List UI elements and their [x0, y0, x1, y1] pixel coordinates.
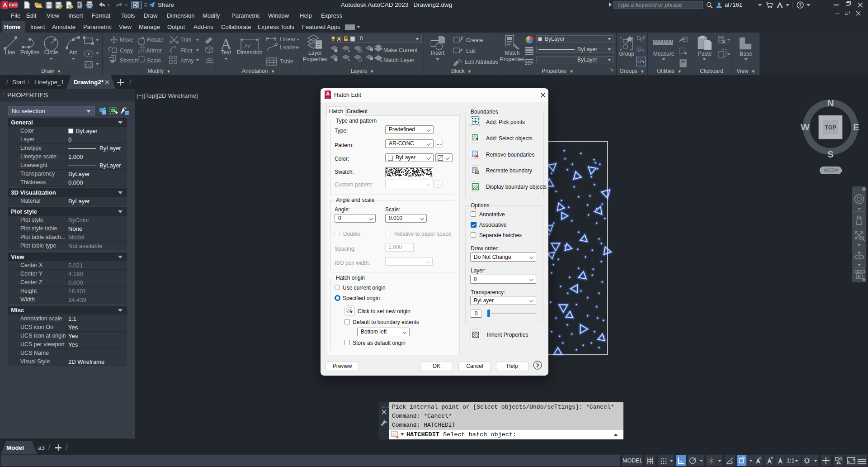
svg-text:Polyline: Polyline	[20, 49, 39, 56]
svg-text:Dimension: Dimension	[237, 49, 263, 56]
svg-text:TOP: TOP	[825, 124, 836, 131]
svg-text:?: ?	[799, 2, 802, 8]
svg-text:A: A	[326, 91, 329, 96]
svg-text:Line: Line	[5, 49, 15, 56]
svg-text:Fillet: Fillet	[180, 48, 193, 54]
svg-text:N: N	[827, 98, 834, 108]
svg-text:W: W	[801, 122, 810, 132]
svg-text:Copy: Copy	[120, 48, 133, 54]
svg-text:E: E	[853, 122, 859, 132]
svg-text:Circle: Circle	[44, 49, 58, 56]
svg-text:CAD: CAD	[326, 97, 330, 99]
svg-text:Table: Table	[280, 58, 293, 65]
svg-text:A: A	[3, 2, 7, 8]
svg-text:Leader: Leader	[280, 44, 297, 51]
svg-text:S: S	[827, 149, 834, 159]
svg-text:Mirror: Mirror	[147, 48, 162, 54]
svg-text:Text: Text	[221, 49, 231, 56]
svg-text:Stretch: Stretch	[120, 57, 138, 64]
svg-text:Linear: Linear	[280, 36, 296, 43]
svg-text:Scale: Scale	[147, 57, 161, 64]
svg-text:Rotate: Rotate	[147, 37, 164, 43]
svg-text:Trim: Trim	[180, 37, 192, 43]
svg-text:Move: Move	[120, 37, 134, 43]
svg-text:CAD: CAD	[9, 3, 18, 7]
svg-text:Arc: Arc	[69, 49, 77, 56]
svg-text:Array: Array	[180, 57, 194, 64]
